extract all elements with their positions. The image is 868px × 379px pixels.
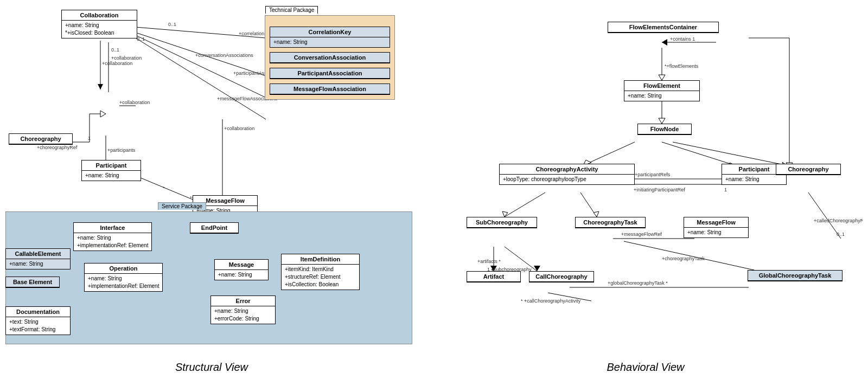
svg-line-98 [505, 247, 537, 271]
message-body: +name: String [215, 270, 268, 280]
svg-text:+initiatingParticipantRef: +initiatingParticipantRef [634, 187, 685, 192]
svg-line-80 [580, 192, 597, 217]
choreography-task-title: ChoreographyTask [576, 217, 645, 228]
flow-element-title: FlowElement [624, 81, 699, 91]
message-flow-association-title: MessageFlowAssociation [270, 84, 390, 94]
svg-text:0..1: 0..1 [111, 47, 119, 53]
collaboration-title: Collaboration [62, 10, 137, 21]
main-container: 0..1 +correlationKeys +conversationAssoc… [0, 0, 868, 379]
svg-text:+participantRefs: +participantRefs [635, 172, 671, 177]
flow-node-title: FlowNode [638, 124, 691, 134]
behavioral-message-flow-box: MessageFlow +name: String [684, 217, 749, 238]
global-choreography-task-title: GlobalChoreographyTask [748, 271, 842, 281]
behavioral-svg: *+flowElements [429, 5, 863, 347]
behavioral-message-flow-title: MessageFlow [684, 217, 748, 228]
participant-association-title: ParticipantAssociation [270, 68, 390, 79]
svg-line-103 [548, 293, 591, 301]
call-choreography-box: CallChoreography [529, 271, 594, 282]
operation-title: Operation [85, 264, 162, 274]
svg-marker-79 [502, 211, 508, 217]
svg-text:*+flowElements: *+flowElements [665, 63, 699, 69]
svg-text:+choreographyRef: +choreographyRef [37, 145, 78, 150]
participant-box: Participant +name: String [81, 160, 141, 181]
svg-text:+collaboration: +collaboration [111, 55, 142, 61]
error-title: Error [211, 296, 275, 306]
message-flow-association-box: MessageFlowAssociation [270, 83, 390, 95]
svg-text:+participants: +participants [107, 147, 136, 153]
error-body: +name: String+errorCode: String [211, 306, 275, 324]
documentation-body: +text: String+textFormat: String [6, 317, 70, 335]
collaboration-box: Collaboration +name: String*+isClosed: B… [61, 10, 137, 38]
behavioral-diagram: *+flowElements [429, 5, 863, 357]
svg-line-78 [505, 192, 545, 217]
message-title: Message [215, 260, 268, 270]
svg-marker-96 [490, 266, 497, 271]
choreography-task-box: ChoreographyTask [575, 217, 646, 228]
interface-box: Interface +name: String+implementationRe… [73, 222, 152, 251]
svg-text:1: 1 [724, 187, 727, 192]
svg-text:* +callChoreographyActivity: * +callChoreographyActivity [521, 298, 581, 304]
choreography-box: Choreography [9, 133, 73, 145]
error-box: Error +name: String+errorCode: String [210, 296, 276, 324]
choreography-activity-box: ChoreographyActivity +loopType: choreogr… [499, 164, 635, 185]
operation-box: Operation +name: String+implementationRe… [84, 263, 163, 292]
flow-element-box: FlowElement +name: String [624, 80, 700, 101]
item-definition-body: +itemKind: ItemKind+structureRef: Elemen… [282, 265, 359, 290]
sub-choreography-box: SubChoreography [467, 217, 537, 228]
base-element-title: Base Element [6, 277, 59, 287]
technical-package: Technical Package CorrelationKey +name: … [265, 15, 395, 100]
correlation-key-box: CorrelationKey +name: String [270, 27, 390, 48]
documentation-title: Documentation [6, 307, 70, 317]
svg-text:0..1: 0..1 [168, 22, 176, 27]
item-definition-title: ItemDefinition [282, 254, 359, 265]
interface-body: +name: String+implementationRef: Element [74, 233, 151, 250]
operation-body: +name: String+implementationRef: Element [85, 274, 162, 291]
structural-diagram: 0..1 +correlationKeys +conversationAssoc… [5, 5, 418, 357]
svg-line-72 [583, 142, 635, 165]
correlation-key-body: +name: String [270, 37, 390, 47]
endpoint-title: EndPoint [190, 223, 238, 233]
choreography-activity-body: +loopType: choreographyloopType [500, 175, 634, 184]
svg-line-3 [136, 33, 266, 76]
svg-text:+collaboration: +collaboration [102, 61, 132, 66]
svg-text:+collaboration: +collaboration [119, 100, 150, 105]
svg-line-93 [624, 241, 754, 270]
svg-line-74 [662, 142, 735, 165]
participant-association-box: ParticipantAssociation [270, 68, 390, 79]
svg-text:*: * [163, 185, 165, 191]
flow-element-body: +name: String [624, 91, 699, 101]
svg-text:+calledChoreographyRef: +calledChoreographyRef [814, 218, 863, 223]
conversation-association-box: ConversationAssociation [270, 52, 390, 63]
svg-marker-6 [98, 84, 103, 89]
svg-marker-110 [662, 39, 667, 46]
flow-elements-container-title: FlowElementsContainer [608, 22, 718, 33]
message-box: Message +name: String [214, 259, 269, 280]
svg-text:0..1: 0..1 [137, 36, 145, 42]
correlation-key-title: CorrelationKey [270, 27, 390, 37]
svg-text:0..1: 0..1 [837, 232, 845, 237]
artifact-box: Artifact [467, 271, 521, 282]
structural-view-label: Structural View [175, 361, 248, 374]
svg-line-8 [136, 35, 266, 98]
svg-line-0 [136, 27, 266, 38]
svg-marker-81 [593, 211, 599, 217]
svg-line-11 [136, 38, 266, 119]
callable-element-box: CallableElement +name: String [5, 248, 71, 269]
svg-text:+collaboration: +collaboration [224, 126, 254, 131]
behavioral-choreography-title: Choreography [776, 164, 840, 175]
call-choreography-title: CallChoreography [529, 272, 593, 282]
svg-marker-68 [659, 75, 665, 80]
collaboration-body: +name: String*+isClosed: Boolean [62, 21, 137, 38]
callable-element-title: CallableElement [6, 249, 70, 259]
svg-line-88 [808, 192, 841, 239]
behavioral-message-flow-body: +name: String [684, 228, 748, 237]
svg-text:+contains 1: +contains 1 [670, 36, 695, 42]
svg-text:+choreographyTask: +choreographyTask [662, 256, 705, 261]
conversation-association-title: ConversationAssociation [270, 53, 390, 63]
svg-text:+globalChoreographyTask *: +globalChoreographyTask * [608, 280, 668, 286]
behavioral-participant-body: +name: String [722, 175, 786, 184]
choreography-activity-title: ChoreographyActivity [500, 164, 634, 175]
item-definition-box: ItemDefinition +itemKind: ItemKind+struc… [281, 254, 360, 290]
sub-choreography-title: SubChoreography [467, 217, 537, 228]
svg-text:+artifacts *: +artifacts * [477, 259, 501, 264]
